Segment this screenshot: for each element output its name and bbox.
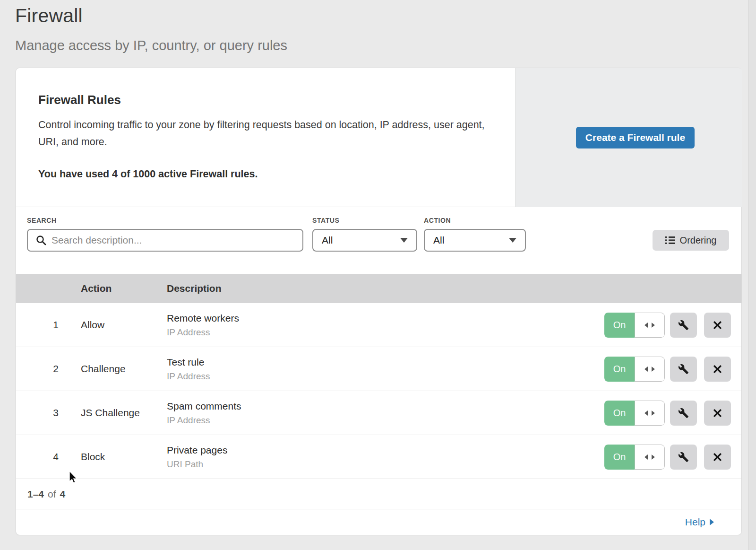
toggle-handle[interactable] <box>635 357 665 382</box>
pagination-separator: of <box>48 489 56 500</box>
ordering-button-label: Ordering <box>680 235 717 246</box>
rule-description: Spam comments <box>167 401 241 412</box>
page-subtitle: Manage access by IP, country, or query r… <box>15 38 287 53</box>
search-field[interactable] <box>27 229 303 252</box>
rule-match-type: IP Address <box>167 371 210 382</box>
rule-description-cell: Private pages URI Path <box>167 435 227 479</box>
column-header-description: Description <box>167 283 222 294</box>
overview-section: Firewall Rules Control incoming traffic … <box>16 68 741 207</box>
toggle-arrows-icon <box>644 366 656 372</box>
status-label: STATUS <box>312 217 340 224</box>
rule-priority: 4 <box>49 435 62 479</box>
toggle-handle[interactable] <box>635 401 665 426</box>
rule-description: Test rule <box>167 357 210 368</box>
rule-enabled-toggle[interactable]: On <box>604 313 665 338</box>
toggle-handle[interactable] <box>635 313 665 338</box>
action-select[interactable]: All <box>424 229 526 252</box>
delete-rule-button[interactable] <box>704 313 731 338</box>
close-icon <box>713 452 722 462</box>
scrollbar[interactable] <box>748 0 756 550</box>
mouse-cursor <box>69 471 81 485</box>
edit-rule-button[interactable] <box>670 401 697 426</box>
arrow-right-icon <box>710 519 714 525</box>
create-firewall-rule-button[interactable]: Create a Firewall rule <box>576 127 695 148</box>
overview-heading: Firewall Rules <box>38 93 121 107</box>
card-footer: Help <box>16 509 741 535</box>
search-label: SEARCH <box>27 217 57 224</box>
rule-action: Block <box>81 435 105 479</box>
edit-rule-button[interactable] <box>670 313 697 338</box>
table-row: 3 JS Challenge Spam comments IP Address … <box>16 391 741 435</box>
rule-match-type: URI Path <box>167 459 227 470</box>
wrench-icon <box>678 452 689 463</box>
ordering-button[interactable]: Ordering <box>653 230 729 251</box>
edit-rule-button[interactable] <box>670 445 697 470</box>
help-link[interactable]: Help <box>685 516 714 528</box>
rule-description: Private pages <box>167 445 227 456</box>
rules-list: 1 Allow Remote workers IP Address On <box>16 303 741 479</box>
rule-description-cell: Spam comments IP Address <box>167 391 241 435</box>
firewall-rules-card: Firewall Rules Control incoming traffic … <box>16 68 742 535</box>
toggle-on-label[interactable]: On <box>604 357 635 382</box>
close-icon <box>713 364 722 374</box>
delete-rule-button[interactable] <box>704 401 731 426</box>
search-icon <box>35 235 47 246</box>
rule-match-type: IP Address <box>167 415 241 426</box>
chevron-down-icon <box>400 238 408 243</box>
toggle-on-label[interactable]: On <box>604 445 635 470</box>
rule-description-cell: Test rule IP Address <box>167 347 210 391</box>
table-row: 1 Allow Remote workers IP Address On <box>16 303 741 347</box>
chevron-down-icon <box>509 238 516 243</box>
search-input[interactable] <box>52 231 292 250</box>
delete-rule-button[interactable] <box>704 357 731 382</box>
delete-rule-button[interactable] <box>704 445 731 470</box>
rule-priority: 2 <box>49 347 62 391</box>
table-row: 4 Block Private pages URI Path On <box>16 435 741 479</box>
page-title: Firewall <box>15 5 83 27</box>
toggle-handle[interactable] <box>635 445 665 470</box>
overview-usage-text: You have used 4 of 1000 active Firewall … <box>38 168 258 180</box>
rule-match-type: IP Address <box>167 327 239 338</box>
rule-description: Remote workers <box>167 313 239 324</box>
rule-enabled-toggle[interactable]: On <box>604 357 665 382</box>
toggle-arrows-icon <box>644 322 656 328</box>
toggle-on-label[interactable]: On <box>604 401 635 426</box>
toggle-arrows-icon <box>644 454 656 460</box>
rule-enabled-toggle[interactable]: On <box>604 445 665 470</box>
pagination: 1–4 of 4 <box>16 479 741 509</box>
firewall-page: Firewall Manage access by IP, country, o… <box>0 0 756 550</box>
rule-action: Challenge <box>81 347 126 391</box>
rule-action: JS Challenge <box>81 391 140 435</box>
overview-description: Control incoming traffic to your zone by… <box>38 116 487 150</box>
toggle-on-label[interactable]: On <box>604 313 635 338</box>
wrench-icon <box>678 320 689 331</box>
wrench-icon <box>678 408 689 419</box>
pagination-range: 1–4 <box>27 489 44 500</box>
rule-description-cell: Remote workers IP Address <box>167 303 239 347</box>
rule-priority: 1 <box>49 303 62 347</box>
wrench-icon <box>678 364 689 375</box>
create-rule-panel: Create a Firewall rule <box>515 68 742 207</box>
pagination-total: 4 <box>60 489 66 500</box>
ordered-list-icon <box>665 236 675 244</box>
column-header-action: Action <box>81 283 112 294</box>
status-select[interactable]: All <box>312 229 417 252</box>
rule-priority: 3 <box>49 391 62 435</box>
edit-rule-button[interactable] <box>670 357 697 382</box>
rule-enabled-toggle[interactable]: On <box>604 401 665 426</box>
toggle-arrows-icon <box>644 410 656 416</box>
help-link-label: Help <box>685 516 705 528</box>
table-row: 2 Challenge Test rule IP Address On <box>16 347 741 391</box>
close-icon <box>713 320 722 330</box>
table-header: Action Description <box>16 274 741 303</box>
action-label: ACTION <box>424 217 451 224</box>
status-select-value: All <box>322 235 333 246</box>
action-select-value: All <box>433 235 444 246</box>
close-icon <box>713 408 722 418</box>
rule-action: Allow <box>81 303 104 347</box>
